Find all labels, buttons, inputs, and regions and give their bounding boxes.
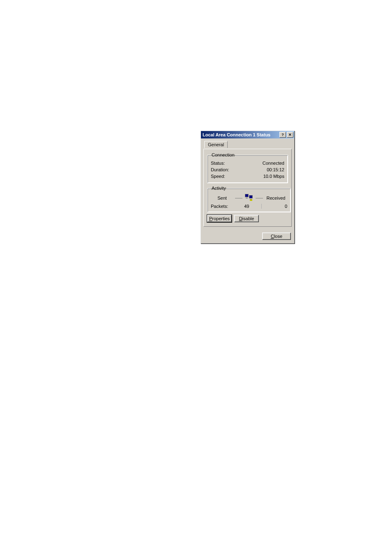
activity-legend: Activity (211, 186, 227, 191)
properties-button-rest: roperties (212, 216, 230, 221)
tab-strip: General (203, 141, 292, 149)
help-icon: ? (281, 133, 284, 137)
help-button[interactable]: ? (279, 132, 286, 138)
packets-sent-value: 49 (235, 204, 262, 209)
activity-values: Packets: 49 0 (211, 204, 287, 209)
speed-value: 10.0 Mbps (263, 173, 284, 180)
disable-button[interactable]: Disable (234, 215, 259, 222)
action-buttons: Properties Disable (207, 215, 288, 222)
packets-label: Packets: (211, 204, 235, 209)
activity-line-right (256, 198, 263, 198)
close-button-rest: lose (274, 234, 282, 239)
window-title: Local Area Connection 1 Status (202, 132, 279, 137)
status-value: Connected (263, 160, 284, 166)
activity-line-left (235, 198, 242, 198)
client-area: General Connection Status: Connected Dur… (201, 138, 294, 230)
close-icon: ✕ (288, 133, 292, 137)
properties-button[interactable]: Properties (207, 215, 232, 222)
connection-group: Connection Status: Connected Duration: 0… (207, 152, 288, 183)
sent-label: Sent (211, 196, 233, 200)
close-x-button[interactable]: ✕ (287, 132, 293, 138)
status-label: Status: (211, 160, 225, 166)
packets-received-value: 0 (262, 204, 288, 209)
activity-header: Sent Received (211, 194, 287, 202)
network-computers-icon (244, 194, 254, 202)
duration-label: Duration: (211, 166, 229, 173)
tab-general[interactable]: General (204, 141, 228, 148)
received-label: Received (265, 196, 287, 200)
titlebar[interactable]: Local Area Connection 1 Status ? ✕ (201, 131, 294, 138)
connection-legend: Connection (211, 152, 235, 157)
speed-label: Speed: (211, 173, 225, 180)
duration-value: 00:15:12 (267, 166, 284, 173)
bottom-bar: Close (201, 230, 294, 243)
disable-button-rest: isable (242, 216, 254, 221)
activity-group: Activity Sent Received Packets: (207, 186, 291, 212)
tab-panel-general: Connection Status: Connected Duration: 0… (203, 149, 292, 227)
close-button[interactable]: Close (262, 233, 291, 240)
connection-status-dialog: Local Area Connection 1 Status ? ✕ Gener… (201, 131, 295, 244)
